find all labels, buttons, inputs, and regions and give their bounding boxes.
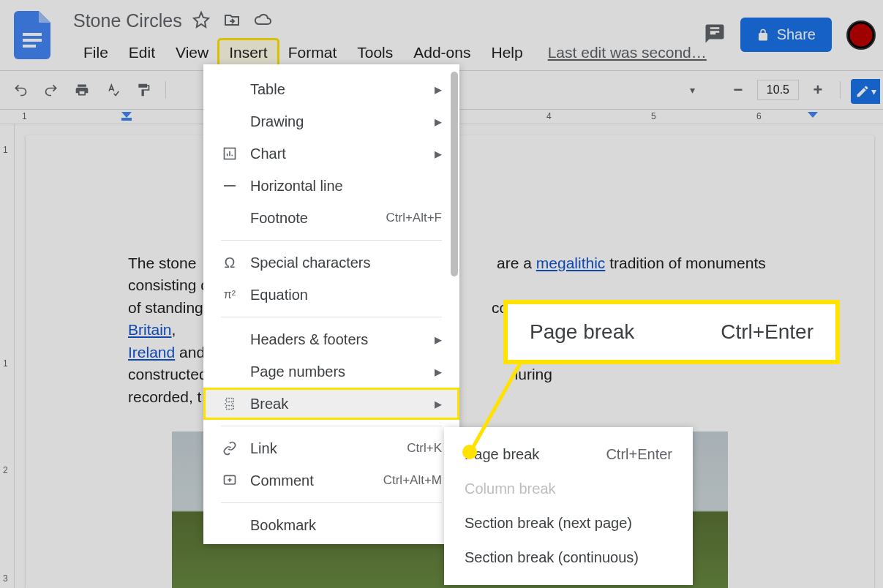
svg-line-7: [471, 357, 524, 451]
insert-table[interactable]: Table▸: [203, 73, 459, 105]
menu-separator: [221, 502, 442, 503]
spellcheck-button[interactable]: [101, 78, 124, 102]
ruler-tick: 2: [3, 465, 8, 475]
menu-separator: [221, 240, 442, 241]
insert-break[interactable]: Break▸: [203, 388, 459, 420]
edit-status[interactable]: Last edit was second…: [548, 44, 707, 61]
link-britain[interactable]: Britain: [128, 321, 172, 338]
ruler-tick: 4: [546, 111, 552, 121]
callout-shortcut: Ctrl+Enter: [721, 320, 814, 344]
titlebar: Stone Circles: [73, 10, 271, 31]
svg-rect-0: [23, 33, 42, 36]
ruler-tick: 1: [3, 145, 8, 155]
insert-menu-dropdown: Table▸ Drawing▸ Chart▸ Horizontal line F…: [203, 64, 459, 544]
lock-icon: [756, 29, 770, 42]
omega-icon: Ω: [221, 254, 238, 271]
chevron-right-icon: ▸: [435, 145, 442, 162]
menu-file[interactable]: File: [73, 39, 119, 66]
menu-separator: [221, 426, 442, 426]
ruler-left-indent-icon[interactable]: [121, 112, 132, 124]
chevron-right-icon: ▸: [435, 331, 442, 348]
toolbar-separator: [840, 81, 841, 99]
break-icon: [221, 395, 238, 412]
ruler-tick: 5: [651, 111, 656, 121]
ruler-tick: 1: [3, 358, 8, 369]
svg-rect-3: [121, 118, 132, 121]
submenu-section-break-next[interactable]: Section break (next page): [444, 506, 693, 540]
svg-rect-2: [23, 45, 36, 48]
callout-page-break: Page break Ctrl+Enter: [503, 300, 840, 364]
chevron-right-icon: ▸: [435, 395, 442, 412]
pi-icon: π²: [221, 286, 238, 304]
redo-button[interactable]: [40, 78, 63, 102]
insert-comment[interactable]: CommentCtrl+Alt+M: [203, 464, 459, 497]
insert-link[interactable]: LinkCtrl+K: [203, 432, 459, 464]
chevron-right-icon: ▸: [435, 113, 442, 130]
ruler-right-indent-icon[interactable]: [808, 112, 818, 124]
comment-icon: [221, 472, 238, 489]
cloud-icon[interactable]: [254, 11, 271, 31]
increase-font-button[interactable]: +: [806, 78, 830, 102]
paint-format-button[interactable]: [132, 78, 155, 102]
menu-format[interactable]: Format: [278, 39, 347, 66]
menubar: File Edit View Insert Format Tools Add-o…: [73, 39, 707, 66]
menu-edit[interactable]: Edit: [119, 39, 165, 66]
link-ireland[interactable]: Ireland: [128, 344, 175, 361]
comments-icon[interactable]: [704, 23, 726, 47]
share-label: Share: [777, 26, 816, 43]
dropdown-arrow-icon[interactable]: ▾: [681, 78, 704, 102]
top-right-controls: Share: [704, 18, 876, 52]
font-size-input[interactable]: 10.5: [757, 80, 799, 100]
menu-addons[interactable]: Add-ons: [403, 39, 481, 66]
menu-separator: [221, 317, 442, 317]
hline-icon: [221, 177, 238, 195]
insert-drawing[interactable]: Drawing▸: [203, 105, 459, 137]
decrease-font-button[interactable]: −: [726, 78, 750, 102]
vertical-ruler[interactable]: 1 1 2 3: [0, 124, 15, 588]
document-title[interactable]: Stone Circles: [73, 10, 182, 31]
insert-chart[interactable]: Chart▸: [203, 137, 459, 170]
menu-help[interactable]: Help: [481, 39, 533, 66]
menu-view[interactable]: View: [165, 39, 219, 66]
toolbar-separator: [165, 81, 166, 99]
account-avatar[interactable]: [846, 20, 876, 50]
ruler-tick: 6: [756, 111, 762, 121]
undo-button[interactable]: [9, 78, 32, 102]
move-icon[interactable]: [223, 11, 241, 31]
editing-mode-button[interactable]: ▾: [851, 79, 880, 104]
insert-equation[interactable]: π²Equation: [203, 279, 459, 311]
ruler-tick: 3: [3, 573, 8, 584]
submenu-section-break-continuous[interactable]: Section break (continuous): [444, 540, 693, 575]
link-icon: [221, 440, 238, 457]
callout-connector-line: [465, 357, 538, 459]
insert-page-numbers[interactable]: Page numbers▸: [203, 355, 459, 388]
insert-special-characters[interactable]: ΩSpecial characters: [203, 246, 459, 279]
insert-bookmark[interactable]: Bookmark: [203, 509, 459, 535]
print-button[interactable]: [70, 78, 94, 102]
docs-logo[interactable]: [3, 6, 61, 64]
ruler-tick: 1: [22, 111, 27, 121]
callout-label: Page break: [530, 320, 634, 344]
menu-insert[interactable]: Insert: [219, 39, 278, 66]
insert-footnote[interactable]: FootnoteCtrl+Alt+F: [203, 202, 459, 234]
chart-icon: [221, 145, 238, 162]
star-icon[interactable]: [192, 11, 210, 31]
menu-tools[interactable]: Tools: [347, 39, 403, 66]
callout-dot-icon: [462, 445, 477, 459]
svg-rect-1: [23, 39, 42, 42]
insert-headers-footers[interactable]: Headers & footers▸: [203, 323, 459, 355]
submenu-column-break: Column break: [444, 472, 693, 506]
chevron-right-icon: ▸: [435, 363, 442, 380]
chevron-right-icon: ▸: [435, 80, 442, 98]
share-button[interactable]: Share: [740, 18, 832, 52]
link-megalithic[interactable]: megalithic: [536, 255, 606, 271]
insert-horizontal-line[interactable]: Horizontal line: [203, 170, 459, 202]
